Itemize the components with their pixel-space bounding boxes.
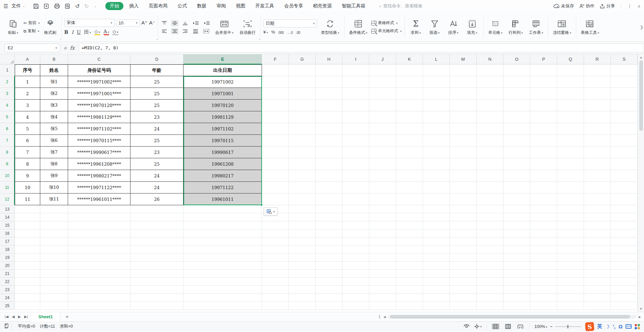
cell-M12[interactable]: [450, 193, 477, 205]
cell-C24[interactable]: [68, 294, 130, 302]
cell-R1[interactable]: [584, 64, 611, 76]
copy-button[interactable]: ⧉复制▾: [23, 28, 40, 34]
cell-A25[interactable]: [15, 302, 40, 310]
cell-K7[interactable]: [396, 135, 423, 147]
cell-G19[interactable]: [289, 254, 316, 262]
cell-I11[interactable]: [342, 182, 369, 193]
namebox-dropdown-icon[interactable]: ▾: [55, 46, 57, 50]
quickbar-more-icon[interactable]: ⌄: [94, 4, 97, 8]
cell-P20[interactable]: [530, 262, 557, 270]
cell-H18[interactable]: [316, 245, 342, 254]
currency-format-icon[interactable]: ¥▾: [263, 30, 268, 35]
cell-B9[interactable]: 张8: [40, 158, 68, 170]
cell-E24[interactable]: [183, 294, 262, 302]
cell-P15[interactable]: [530, 221, 557, 229]
cell-K21[interactable]: [396, 270, 423, 278]
cell-I24[interactable]: [342, 294, 369, 302]
cell-P18[interactable]: [530, 245, 557, 254]
cell-O17[interactable]: [503, 237, 530, 245]
table-style-button[interactable]: ✎表格样式▾: [371, 20, 402, 26]
cell-P21[interactable]: [530, 270, 557, 278]
cell-K19[interactable]: [396, 254, 423, 262]
cell-K6[interactable]: [396, 123, 423, 135]
cell-J23[interactable]: [369, 286, 396, 294]
cell-G10[interactable]: [289, 170, 316, 182]
cell-K17[interactable]: [396, 237, 423, 245]
cell-I14[interactable]: [342, 213, 369, 221]
cell-D11[interactable]: 24: [130, 182, 183, 193]
menu-tab-公式[interactable]: 公式: [173, 2, 191, 10]
cell-J8[interactable]: [369, 147, 396, 158]
cell-Q23[interactable]: [557, 286, 584, 294]
zoom-formula-icon[interactable]: ⌕: [64, 45, 67, 51]
cell-O25[interactable]: [503, 302, 530, 310]
cell-O2[interactable]: [503, 76, 530, 88]
cell-B21[interactable]: [40, 270, 68, 278]
cell-K20[interactable]: [396, 262, 423, 270]
cell-A21[interactable]: [15, 270, 40, 278]
cell-H1[interactable]: [316, 64, 342, 76]
column-header-C[interactable]: C: [68, 54, 130, 64]
worksheet-button[interactable]: 工作表▾: [527, 18, 545, 36]
cell-P22[interactable]: [530, 278, 557, 286]
cell-E8[interactable]: 19990617: [183, 147, 262, 158]
cell-J24[interactable]: [369, 294, 396, 302]
column-header-O[interactable]: O: [503, 54, 530, 64]
cell-J17[interactable]: [369, 237, 396, 245]
cell-P4[interactable]: [530, 100, 557, 111]
cell-L6[interactable]: [423, 123, 450, 135]
cell-B3[interactable]: 张2: [40, 88, 68, 100]
cell-Q25[interactable]: [557, 302, 584, 310]
cell-C7[interactable]: ******19970115****: [68, 135, 130, 147]
cell-Q6[interactable]: [557, 123, 584, 135]
cell-H16[interactable]: [316, 229, 342, 237]
cell-F8[interactable]: [262, 147, 289, 158]
fill-button[interactable]: 填充▾: [464, 18, 481, 36]
cell-E17[interactable]: [183, 237, 262, 245]
cell-A17[interactable]: [15, 237, 40, 245]
cell-G2[interactable]: [289, 76, 316, 88]
cell-R11[interactable]: [584, 182, 611, 193]
cell-I8[interactable]: [342, 147, 369, 158]
rows-cols-button[interactable]: 行和列▾: [506, 18, 525, 36]
column-header-P[interactable]: P: [530, 54, 557, 64]
cell-J25[interactable]: [369, 302, 396, 310]
export-icon[interactable]: [44, 3, 49, 9]
column-header-H[interactable]: H: [316, 54, 342, 64]
cell-A20[interactable]: [15, 262, 40, 270]
cell-J19[interactable]: [369, 254, 396, 262]
cell-N1[interactable]: [477, 64, 503, 76]
cell-O22[interactable]: [503, 278, 530, 286]
paste-button[interactable]: 粘贴▾: [5, 18, 21, 36]
cell-B8[interactable]: 张7: [40, 147, 68, 158]
cell-L11[interactable]: [423, 182, 450, 193]
cell-O4[interactable]: [503, 100, 530, 111]
cell-S11[interactable]: [611, 182, 638, 193]
cell-I25[interactable]: [342, 302, 369, 310]
cell-M17[interactable]: [450, 237, 477, 245]
cell-D8[interactable]: 23: [130, 147, 183, 158]
cell-E22[interactable]: [183, 278, 262, 286]
column-header-D[interactable]: D: [130, 54, 183, 64]
cell-B24[interactable]: [40, 294, 68, 302]
cell-I19[interactable]: [342, 254, 369, 262]
cell-A24[interactable]: [15, 294, 40, 302]
cell-O24[interactable]: [503, 294, 530, 302]
cell-P3[interactable]: [530, 88, 557, 100]
cell-R9[interactable]: [584, 158, 611, 170]
cell-C8[interactable]: ******19990617****: [68, 147, 130, 158]
cell-L24[interactable]: [423, 294, 450, 302]
type-convert-button[interactable]: 类型转换▾: [319, 18, 341, 36]
cell-M23[interactable]: [450, 286, 477, 294]
cell-N22[interactable]: [477, 278, 503, 286]
tab-splitter-handle[interactable]: ∥: [379, 315, 381, 319]
cell-H15[interactable]: [316, 221, 342, 229]
cell-S16[interactable]: [611, 229, 638, 237]
cell-S12[interactable]: [611, 193, 638, 205]
cell-M2[interactable]: [450, 76, 477, 88]
row-header-7[interactable]: 7: [0, 135, 15, 147]
column-header-A[interactable]: A: [15, 54, 40, 64]
column-header-M[interactable]: M: [450, 54, 477, 64]
cell-R21[interactable]: [584, 270, 611, 278]
cell-R13[interactable]: [584, 205, 611, 213]
